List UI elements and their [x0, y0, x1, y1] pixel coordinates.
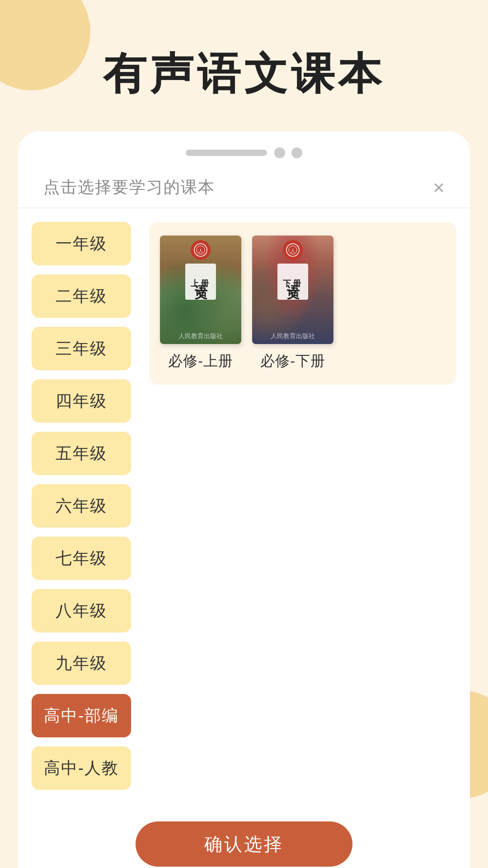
book-publisher-book-upper: 人民教育出版社: [160, 332, 241, 340]
book-seal-book-upper: 人: [191, 240, 211, 260]
book-item-book-lower[interactable]: 人 语文下册 人民教育出版社 必修-下册: [252, 236, 333, 371]
drag-handle[interactable]: [186, 150, 267, 156]
page-title: 有声语文课本: [0, 0, 488, 131]
dot-indicator: [274, 147, 302, 158]
book-cover-book-lower: 人 语文下册 人民教育出版社: [252, 236, 333, 344]
book-publisher-book-lower: 人民教育出版社: [252, 332, 333, 340]
svg-text:人: 人: [198, 248, 203, 253]
grade-btn-grade-hs-bu[interactable]: 高中-部编: [32, 694, 131, 737]
content-area: 一年级二年级三年级四年级五年级六年级七年级八年级九年级高中-部编高中-人教 人 …: [18, 208, 470, 799]
grade-btn-grade-4[interactable]: 四年级: [32, 379, 131, 423]
book-seal-book-lower: 人: [283, 240, 303, 260]
book-label-book-upper: 必修-上册: [168, 351, 233, 371]
grade-btn-grade-7[interactable]: 七年级: [32, 537, 131, 580]
grade-btn-grade-6[interactable]: 六年级: [32, 484, 131, 528]
grade-btn-grade-3[interactable]: 三年级: [32, 327, 131, 370]
grade-btn-grade-2[interactable]: 二年级: [32, 274, 131, 318]
modal-header: [18, 131, 470, 158]
modal-subtitle-row: 点击选择要学习的课本 ×: [18, 158, 470, 208]
book-grid: 人 语文上册 人民教育出版社 必修-上册 人: [149, 222, 456, 385]
close-button[interactable]: ×: [433, 178, 445, 198]
grade-btn-grade-hs-ren[interactable]: 高中-人教: [32, 746, 131, 790]
book-label-book-lower: 必修-下册: [260, 351, 325, 371]
book-item-book-upper[interactable]: 人 语文上册 人民教育出版社 必修-上册: [160, 236, 241, 371]
book-title-book-upper: 语文上册: [185, 264, 216, 300]
dot-2: [291, 147, 302, 158]
modal-card: 点击选择要学习的课本 × 一年级二年级三年级四年级五年级六年级七年级八年级九年级…: [18, 131, 470, 868]
grade-list: 一年级二年级三年级四年级五年级六年级七年级八年级九年级高中-部编高中-人教: [32, 222, 140, 790]
grade-btn-grade-9[interactable]: 九年级: [32, 642, 131, 685]
grade-btn-grade-1[interactable]: 一年级: [32, 222, 131, 265]
grade-btn-grade-8[interactable]: 八年级: [32, 589, 131, 632]
book-cover-book-upper: 人 语文上册 人民教育出版社: [160, 236, 241, 344]
modal-subtitle: 点击选择要学习的课本: [43, 176, 215, 198]
confirm-btn-row: 确认选择: [18, 812, 470, 868]
book-title-book-lower: 语文下册: [277, 264, 308, 300]
grade-btn-grade-5[interactable]: 五年级: [32, 432, 131, 475]
confirm-button[interactable]: 确认选择: [136, 821, 352, 867]
book-grid-area: 人 语文上册 人民教育出版社 必修-上册 人: [149, 222, 456, 790]
dot-1: [274, 147, 285, 158]
svg-text:人: 人: [291, 248, 295, 253]
